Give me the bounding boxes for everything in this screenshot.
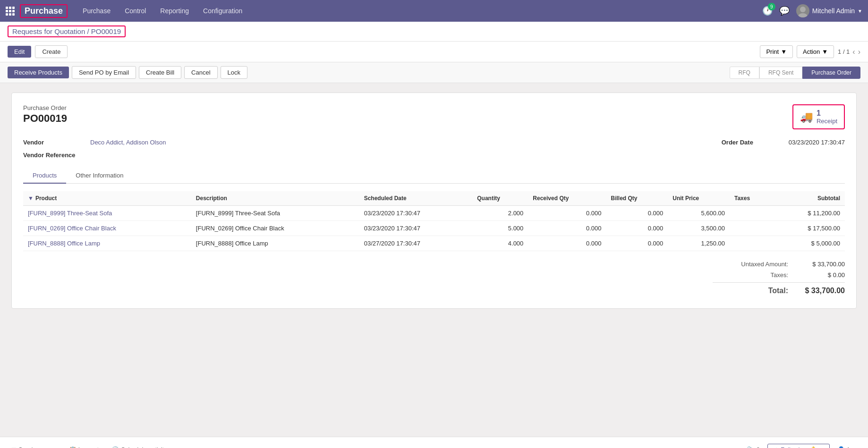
field-group-order: Order Date 03/23/2020 17:30:47 [722,139,845,159]
print-button[interactable]: Print ▼ [760,45,793,58]
table-row: [FURN_0269] Office Chair Black [FURN_026… [23,221,845,236]
nav-configuration[interactable]: Configuration [197,4,248,17]
tabs: Products Other Information [23,168,845,184]
unit-price-1: 5,600.00 [668,206,730,221]
recv-qty-3: 0.000 [528,236,606,251]
unit-price-3: 1,250.00 [668,236,730,251]
app-title[interactable]: Purchase [20,4,68,18]
send-message-icon: ✉ [11,446,17,448]
user-menu[interactable]: Mitchell Admin ▼ [796,4,862,17]
user-chevron-icon: ▼ [858,8,862,14]
status-rfq[interactable]: RFQ [730,67,759,79]
receipt-label: Receipt [817,118,837,125]
order-date-label: Order Date [722,139,783,146]
breadcrumb-bar: Requests for Quotation / PO00019 [0,22,868,42]
app-grid-menu[interactable] [6,7,14,16]
nav-reporting[interactable]: Reporting [154,4,195,17]
svg-point-1 [798,13,808,17]
po-label: Purchase Order [23,104,67,111]
print-chevron-icon: ▼ [781,48,787,55]
desc-3: [FURN_8888] Office Lamp [191,236,359,251]
action-chevron-icon: ▼ [822,48,828,55]
untaxed-row: Untaxed Amount: $ 33,700.00 [713,259,845,270]
col-received-qty: Received Qty [528,191,606,206]
chat-icon[interactable]: 💬 [779,6,790,16]
action-button[interactable]: Action ▼ [797,45,834,58]
action-right: Print ▼ Action ▼ 1 / 1 ‹ › [760,45,860,58]
vendor-value[interactable]: Deco Addict, Addison Olson [90,139,166,146]
send-po-email-button[interactable]: Send PO by Email [72,66,136,79]
bottom-right: 📎 0 ✓ Following 🔔 ▼ 👤 1 ▼ [747,444,857,448]
total-label: Total: [713,287,798,295]
col-scheduled-date: Scheduled Date [359,191,473,206]
lock-button[interactable]: Lock [221,66,247,79]
status-purchase-order[interactable]: Purchase Order [802,67,860,79]
follow-count: 📎 0 [747,446,760,448]
product-2[interactable]: [FURN_0269] Office Chair Black [23,221,191,236]
field-group-vendor: Vendor Deco Addict, Addison Olson Vendor… [23,139,166,159]
col-product: ▼ Product [23,191,191,206]
cancel-button[interactable]: Cancel [184,66,217,79]
status-pipeline: RFQ RFQ Sent Purchase Order [730,67,860,79]
create-button[interactable]: Create [35,45,68,58]
col-billed-qty: Billed Qty [606,191,668,206]
schedule-activity-button[interactable]: 🕐 Schedule activity [111,446,167,448]
following-button[interactable]: ✓ Following 🔔 ▼ [767,444,830,448]
pagination: 1 / 1 ‹ › [838,48,860,56]
col-description: Description [191,191,359,206]
truck-icon: 🚚 [800,111,813,123]
avatar [796,4,809,17]
vendor-field: Vendor Deco Addict, Addison Olson [23,139,166,146]
product-3[interactable]: [FURN_8888] Office Lamp [23,236,191,251]
taxes-row: Taxes: $ 0.00 [713,270,845,280]
subtotal-3: $ 5,000.00 [773,236,845,251]
edit-button[interactable]: Edit [8,46,31,58]
untaxed-label: Untaxed Amount: [713,261,798,268]
create-bill-button[interactable]: Create Bill [139,66,181,79]
notification-badge: 9 [768,3,775,10]
taxes-label: Taxes: [713,271,798,279]
vendor-ref-label: Vendor Reference [23,152,85,159]
top-navigation: Purchase Purchase Control Reporting Conf… [0,0,868,22]
log-note-button[interactable]: 📋 Log note [69,446,102,448]
table-header-row: ▼ Product Description Scheduled Date Qua… [23,191,845,206]
sort-icon[interactable]: ▼ [28,195,34,202]
send-message-button[interactable]: ✉ Send message [11,446,60,448]
notifications-icon[interactable]: 🕐 9 [762,6,773,16]
receipt-count: 1 [817,109,837,118]
schedule-icon: 🕐 [111,446,119,448]
total-value: $ 33,700.00 [798,287,845,295]
next-page-button[interactable]: › [858,48,860,56]
tab-products[interactable]: Products [23,168,66,184]
people-icon: 👤 [837,446,845,448]
col-unit-price: Unit Price [668,191,730,206]
col-quantity: Quantity [472,191,528,206]
tab-other-information[interactable]: Other Information [66,168,133,184]
nav-purchase[interactable]: Purchase [77,4,116,17]
recv-qty-1: 0.000 [528,206,606,221]
user-name: Mitchell Admin [812,7,855,15]
col-subtotal: Subtotal [773,191,845,206]
receipt-badge[interactable]: 🚚 1 Receipt [792,104,845,129]
status-rfq-sent[interactable]: RFQ Sent [759,67,802,79]
po-number: PO00019 [23,112,67,125]
nav-control[interactable]: Control [119,4,152,17]
prev-page-button[interactable]: ‹ [852,48,855,56]
breadcrumb[interactable]: Requests for Quotation / PO00019 [8,25,126,37]
product-table: ▼ Product Description Scheduled Date Qua… [23,191,845,251]
receive-products-button[interactable]: Receive Products [8,67,69,78]
table-row: [FURN_8888] Office Lamp [FURN_8888] Offi… [23,236,845,251]
date-3: 03/27/2020 17:30:47 [359,236,473,251]
unit-price-2: 3,500.00 [668,221,730,236]
billed-qty-3: 0.000 [606,236,668,251]
product-1[interactable]: [FURN_8999] Three-Seat Sofa [23,206,191,221]
vendor-ref-field: Vendor Reference [23,152,166,159]
taxes-2 [730,221,773,236]
order-date-value: 03/23/2020 17:30:47 [789,139,845,146]
billed-qty-2: 0.000 [606,221,668,236]
subtotal-2: $ 17,500.00 [773,221,845,236]
followers-button[interactable]: 👤 1 ▼ [837,446,857,448]
action-bar: Edit Create Print ▼ Action ▼ 1 / 1 ‹ › [0,42,868,62]
untaxed-value: $ 33,700.00 [798,261,845,268]
taxes-3 [730,236,773,251]
